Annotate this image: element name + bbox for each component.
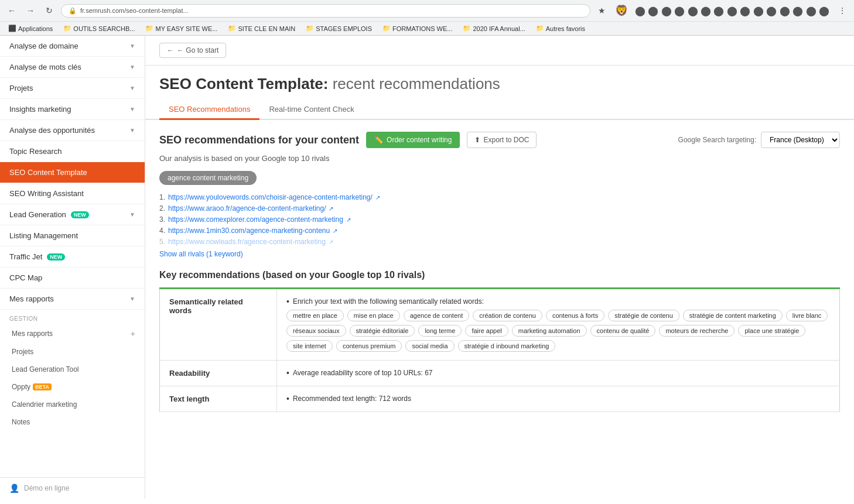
menu-button[interactable]: ⋮	[835, 4, 849, 18]
rival-item-faded: 5. https://www.nowleads.fr/agence-conten…	[159, 238, 840, 246]
go-to-start-button[interactable]: ← ← Go to start	[159, 43, 226, 58]
chevron-icon: ▼	[129, 127, 135, 133]
chevron-icon: ▼	[129, 211, 135, 218]
sidebar-sub-item-notes[interactable]: Notes	[0, 413, 145, 431]
app-layout: Analyse de domaine ▼ Analyse de mots clé…	[0, 36, 854, 499]
rivals-list: 1. https://www.youlovewords.com/choisir-…	[159, 193, 840, 246]
external-link-icon: ↗	[375, 194, 380, 201]
key-reco-title: Key recommendations (based on your Googl…	[159, 270, 840, 280]
rival-link[interactable]: https://www.comexplorer.com/agence-conte…	[168, 215, 343, 224]
targeting-label: Google Search targeting:	[678, 136, 756, 144]
brave-icon[interactable]: 🦁	[615, 4, 628, 17]
browser-chrome: ← → ↻ 🔒 fr.semrush.com/seo-content-templ…	[0, 0, 854, 36]
order-content-button[interactable]: ✏️ Order content writing	[366, 132, 460, 148]
sidebar-item-lead-gen[interactable]: Lead Generation NEW ▼	[0, 204, 145, 225]
lock-icon: 🔒	[69, 7, 77, 15]
sidebar-item-traffic-jet[interactable]: Traffic Jet NEW	[0, 246, 145, 268]
page-title: SEO Content Template: recent recommendat…	[159, 75, 840, 93]
reco-table: Semantically related words Enrich your t…	[159, 287, 840, 412]
gestion-section-label: GESTION	[0, 310, 145, 324]
back-button[interactable]: ←	[5, 4, 19, 18]
bookmark-formations[interactable]: FORMATIONS WE...	[379, 23, 456, 33]
keyword-badge: agence content marketing	[159, 171, 257, 185]
page-title-section: SEO Content Template: recent recommendat…	[145, 66, 854, 93]
table-row-text-length: Text length Recommended text length: 712…	[160, 386, 840, 412]
reco-subtitle: Our analysis is based on your Google top…	[159, 154, 840, 163]
sidebar-item-cpc-map[interactable]: CPC Map	[0, 268, 145, 289]
targeting-select[interactable]: France (Desktop)	[761, 132, 840, 148]
tag-item: moteurs de recherche	[659, 325, 735, 337]
sidebar-item-seo-content-template[interactable]: SEO Content Template	[0, 162, 145, 183]
address-text: fr.semrush.com/seo-content-templat...	[80, 7, 189, 14]
tag-item: mettre en place	[286, 310, 344, 321]
sidebar-item-analyse-domaine[interactable]: Analyse de domaine ▼	[0, 36, 145, 57]
sidebar-sub-item-oppty[interactable]: Oppty BETA	[0, 378, 145, 396]
bookmark-ifa[interactable]: 2020 IFA Annual...	[459, 23, 528, 33]
page-title-highlight: recent recommendations	[333, 75, 500, 92]
export-icon: ⬆	[474, 136, 480, 144]
tag-item: contenus premium	[336, 340, 402, 352]
rival-link[interactable]: https://www.1min30.com/agence-marketing-…	[168, 227, 330, 235]
sidebar-item-topic-research[interactable]: Topic Research	[0, 141, 145, 162]
tab-seo-recommendations[interactable]: SEO Recommendations	[159, 100, 259, 120]
bookmark-autres[interactable]: Autres favoris	[532, 23, 589, 33]
extensions-area[interactable]: ⬤ ⬤ ⬤ ⬤ ⬤ ⬤ ⬤ ⬤ ⬤ ⬤ ⬤ ⬤ ⬤ ⬤ ⬤	[635, 5, 829, 16]
forward-button[interactable]: →	[23, 4, 37, 18]
rival-link[interactable]: https://www.nowleads.fr/agence-content-m…	[168, 238, 326, 246]
content-area: SEO recommendations for your content ✏️ …	[145, 120, 854, 424]
sidebar-footer: 👤 Démo en ligne	[0, 477, 145, 499]
tag-item: marketing automation	[512, 325, 587, 337]
export-doc-button[interactable]: ⬆ Export to DOC	[467, 132, 537, 148]
star-button[interactable]: ★	[595, 4, 609, 18]
chevron-icon: ▼	[129, 64, 135, 70]
bookmark-stages[interactable]: STAGES EMPLOIS	[302, 23, 375, 33]
sidebar-item-insights[interactable]: Insights marketing ▼	[0, 99, 145, 120]
sidebar-item-listing[interactable]: Listing Management	[0, 225, 145, 246]
address-bar[interactable]: 🔒 fr.semrush.com/seo-content-templat...	[61, 4, 590, 18]
bookmarks-bar: ⬛ Applications OUTILS SEARCHB... MY EASY…	[0, 21, 854, 35]
show-all-rivals-link[interactable]: Show all rivals (1 keyword)	[159, 250, 243, 258]
bookmark-outils[interactable]: OUTILS SEARCHB...	[60, 23, 138, 33]
sidebar-sub-item-lead-gen-tool[interactable]: Lead Generation Tool	[0, 361, 145, 378]
beta-badge: BETA	[33, 383, 52, 390]
sidebar-item-mes-rapports[interactable]: Mes rapports ▼	[0, 289, 145, 310]
sidebar-sub-item-mes-rapports[interactable]: Mes rapports +	[0, 324, 145, 343]
tag-item: agence de content	[404, 310, 470, 321]
user-icon: 👤	[9, 484, 19, 493]
tag-item: réseaux sociaux	[286, 325, 346, 337]
table-col-textlength-label: Text length	[160, 386, 277, 412]
main-content: ← ← Go to start SEO Content Template: re…	[145, 36, 854, 499]
reload-button[interactable]: ↻	[42, 4, 56, 18]
sidebar-item-analyse-mots[interactable]: Analyse de mots clés ▼	[0, 57, 145, 78]
sidebar-item-seo-writing[interactable]: SEO Writing Assistant	[0, 183, 145, 204]
chevron-icon: ▼	[129, 296, 135, 302]
sidebar: Analyse de domaine ▼ Analyse de mots clé…	[0, 36, 145, 499]
readability-text: Average readability score of top 10 URLs…	[286, 369, 830, 378]
table-col-semantic-content: Enrich your text with the following sema…	[277, 289, 840, 361]
tag-item: stratégie de content marketing	[683, 310, 783, 321]
external-link-icon: ↗	[333, 228, 337, 234]
sidebar-sub-item-calendrier[interactable]: Calendrier marketing	[0, 396, 145, 413]
tags-container: mettre en placemise en placeagence de co…	[286, 310, 830, 352]
tab-realtime-check[interactable]: Real-time Content Check	[259, 100, 363, 120]
rival-item: 4. https://www.1min30.com/agence-marketi…	[159, 227, 840, 235]
sidebar-sub-item-projets[interactable]: Projets	[0, 343, 145, 361]
tag-item: stratégie d inbound marketing	[458, 340, 556, 352]
bookmark-myeasy[interactable]: MY EASY SITE WE...	[142, 23, 221, 33]
tag-item: site internet	[286, 340, 333, 352]
bookmark-sitecle[interactable]: SITE CLE EN MAIN	[224, 23, 299, 33]
arrow-left-icon: ←	[167, 46, 174, 54]
rival-link[interactable]: https://www.youlovewords.com/choisir-age…	[168, 193, 373, 201]
apps-icon: ⬛	[8, 25, 16, 32]
sidebar-item-projets[interactable]: Projets ▼	[0, 78, 145, 99]
semantic-intro: Enrich your text with the following sema…	[286, 297, 830, 306]
bookmark-apps[interactable]: ⬛ Applications	[5, 23, 56, 33]
external-link-icon: ↗	[329, 239, 333, 245]
rival-link[interactable]: https://www.araoo.fr/agence-de-content-m…	[168, 204, 326, 212]
tag-item: mise en place	[347, 310, 400, 321]
chevron-icon: ▼	[129, 106, 135, 112]
tag-item: long terme	[418, 325, 462, 337]
table-col-semantic-label: Semantically related words	[160, 289, 277, 361]
external-link-icon: ↗	[346, 217, 351, 223]
sidebar-item-analyse-opp[interactable]: Analyse des opportunités ▼	[0, 120, 145, 141]
